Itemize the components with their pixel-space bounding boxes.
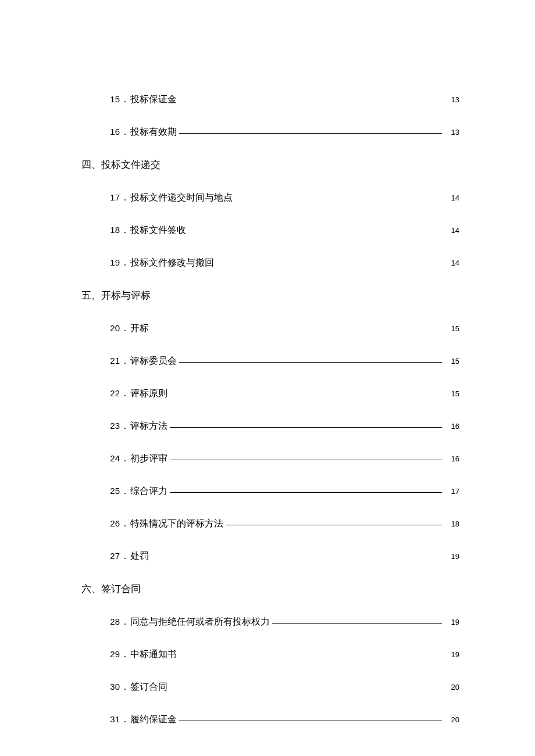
toc-page-number: 16 (443, 454, 459, 463)
toc-dot: . (120, 486, 130, 496)
toc-leader (177, 713, 443, 722)
toc-leader (167, 680, 443, 690)
toc-entry: 22.评标原则15 (81, 387, 459, 400)
toc-entry: 27.处罚19 (81, 550, 459, 562)
toc-dot: . (120, 421, 130, 431)
toc-number: 17 (98, 192, 120, 202)
toc-entry: 24.初步评审16 (81, 452, 459, 465)
toc-title: 初步评审 (130, 453, 167, 465)
toc-dot: . (120, 617, 130, 627)
toc-entry: 18.投标文件签收14 (81, 224, 459, 237)
toc-title: 开标 (130, 323, 149, 335)
toc-page-number: 20 (443, 683, 459, 691)
toc-dot: . (120, 257, 130, 268)
toc-entry: 31.履约保证金20 (81, 713, 459, 726)
toc-page-number: 14 (443, 259, 459, 267)
toc-dot: . (120, 388, 130, 399)
toc-leader (214, 256, 443, 266)
section-heading: 五、开标与评标 (81, 289, 459, 302)
toc-title: 中标通知书 (130, 648, 177, 661)
toc-number: 18 (98, 225, 120, 235)
toc-page-number: 14 (443, 226, 459, 235)
toc-title: 投标保证金 (130, 94, 177, 106)
toc-number: 25 (98, 486, 120, 496)
toc-entry: 28.同意与拒绝任何或者所有投标权力19 (81, 615, 459, 628)
toc-title: 特殊情况下的评标方法 (130, 518, 223, 530)
toc-number: 29 (98, 649, 120, 659)
toc-entry: 30.签订合同20 (81, 680, 459, 693)
toc-title: 综合评力 (130, 485, 167, 497)
toc-dot: . (120, 94, 130, 105)
toc-entry: 19.投标文件修改与撤回14 (81, 256, 459, 269)
toc-entry: 17.投标文件递交时间与地点14 (81, 191, 459, 204)
toc-page-number: 17 (443, 487, 459, 496)
toc-leader (223, 517, 443, 526)
toc-title: 投标文件签收 (130, 224, 186, 237)
toc-dot: . (120, 323, 130, 334)
toc-number: 15 (98, 94, 120, 104)
toc-number: 19 (98, 257, 120, 267)
toc-page-number: 19 (443, 552, 459, 561)
toc-page-number: 16 (443, 422, 459, 431)
toc-title: 投标文件修改与撤回 (130, 257, 214, 269)
toc-page-number: 14 (443, 194, 459, 202)
toc-title: 投标文件递交时间与地点 (130, 192, 233, 204)
toc-page-number: 20 (443, 715, 459, 724)
toc-leader (167, 387, 443, 396)
toc-number: 20 (98, 323, 120, 333)
toc-dot: . (120, 192, 130, 203)
toc-number: 24 (98, 453, 120, 463)
toc-dot: . (120, 682, 130, 692)
toc-page-number: 13 (443, 128, 459, 137)
toc-entry: 25.综合评力17 (81, 485, 459, 497)
toc-dot: . (120, 551, 130, 561)
toc-page: 15.投标保证金1316.投标有效期13四、投标文件递交17.投标文件递交时间与… (0, 0, 535, 726)
toc-dot: . (120, 714, 130, 725)
toc-leader (233, 191, 443, 200)
toc-leader (167, 452, 443, 461)
toc-entry: 20.开标15 (81, 322, 459, 335)
toc-leader (167, 420, 443, 429)
toc-page-number: 19 (443, 618, 459, 626)
toc-title: 投标有效期 (130, 126, 177, 138)
toc-leader (177, 354, 443, 364)
toc-title: 履约保证金 (130, 714, 177, 726)
toc-leader (177, 648, 443, 657)
toc-leader (167, 485, 443, 494)
toc-dot: . (120, 453, 130, 464)
toc-entry: 23.评标方法16 (81, 420, 459, 432)
toc-number: 16 (98, 127, 120, 137)
toc-number: 28 (98, 617, 120, 626)
toc-number: 30 (98, 682, 120, 691)
toc-number: 26 (98, 518, 120, 528)
toc-page-number: 15 (443, 357, 459, 366)
section-heading: 四、投标文件递交 (81, 158, 459, 171)
toc-entry: 26.特殊情况下的评标方法18 (81, 517, 459, 530)
toc-leader (149, 322, 443, 331)
toc-title: 同意与拒绝任何或者所有投标权力 (130, 616, 270, 628)
toc-page-number: 18 (443, 519, 459, 528)
toc-leader (149, 550, 443, 559)
toc-leader (270, 615, 443, 625)
toc-dot: . (120, 649, 130, 660)
toc-dot: . (120, 127, 130, 137)
toc-entry: 16.投标有效期13 (81, 126, 459, 138)
section-heading: 六、签订合同 (81, 582, 459, 596)
toc-number: 31 (98, 714, 120, 724)
toc-number: 22 (98, 388, 120, 398)
toc-page-number: 19 (443, 650, 459, 659)
toc-page-number: 13 (443, 95, 459, 104)
toc-title: 评标原则 (130, 388, 167, 400)
toc-title: 评标委员会 (130, 355, 177, 367)
toc-dot: . (120, 225, 130, 235)
toc-title: 签订合同 (130, 681, 167, 693)
toc-leader (177, 126, 443, 135)
toc-title: 评标方法 (130, 420, 167, 432)
toc-dot: . (120, 518, 130, 529)
toc-page-number: 15 (443, 389, 459, 398)
toc-page-number: 15 (443, 324, 459, 333)
toc-entry: 15.投标保证金13 (81, 93, 459, 106)
toc-leader (177, 93, 443, 102)
toc-entry: 21.评标委员会15 (81, 354, 459, 367)
toc-entry: 29.中标通知书19 (81, 648, 459, 661)
